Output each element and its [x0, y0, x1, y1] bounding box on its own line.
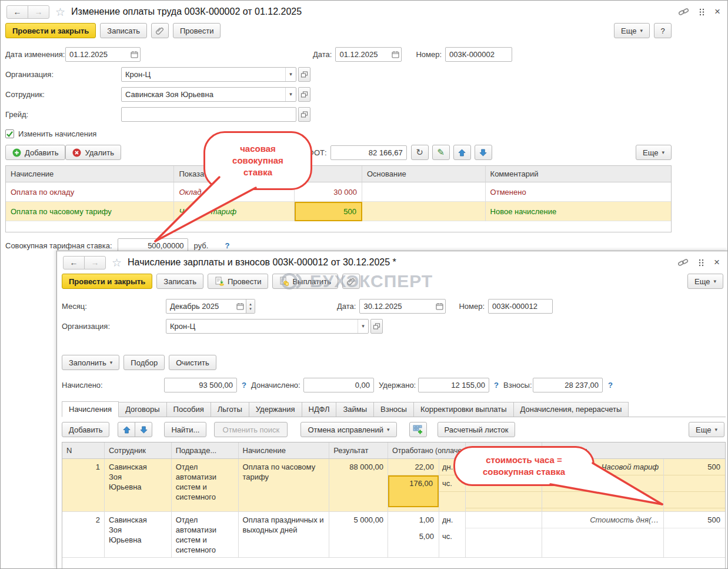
- month-spinner[interactable]: ▴ ▾: [246, 300, 255, 313]
- close-icon[interactable]: ×: [714, 6, 720, 18]
- move-down-button[interactable]: [475, 145, 492, 160]
- month-field[interactable]: Декабрь 2025 ▴ ▾: [166, 299, 255, 314]
- open-item-button[interactable]: [298, 107, 310, 122]
- fot-field[interactable]: 82 166,67: [330, 145, 407, 160]
- cell-employee[interactable]: Савинская Зоя Юрьевна: [105, 459, 172, 511]
- back-button[interactable]: ←: [63, 256, 85, 269]
- open-item-button[interactable]: [370, 319, 383, 334]
- link-icon[interactable]: [677, 258, 689, 267]
- table-row[interactable]: 2 Савинская Зоя Юрьевна Отдел автоматизи…: [62, 512, 725, 558]
- cell-indicator-name[interactable]: Стоимость дня(…: [542, 512, 664, 557]
- tab-deductions[interactable]: Удержания: [249, 402, 302, 417]
- worked-hours-highlighted[interactable]: 176,00: [388, 475, 439, 507]
- move-down-button[interactable]: [135, 422, 152, 437]
- payslip-button[interactable]: Расчетный листок: [438, 422, 516, 437]
- cell-n[interactable]: 2: [62, 512, 105, 557]
- tab-ndfl[interactable]: НДФЛ: [302, 402, 337, 417]
- cell-value[interactable]: 30 000: [295, 182, 362, 202]
- pay-button[interactable]: Выплатить: [272, 274, 338, 289]
- accrued-field[interactable]: 93 500,00: [164, 378, 237, 392]
- back-button[interactable]: ←: [6, 5, 28, 19]
- dropdown-icon[interactable]: ▾: [358, 320, 368, 333]
- post-and-close-button[interactable]: Провести и закрыть: [5, 23, 96, 38]
- attachment-button[interactable]: [342, 274, 360, 289]
- org-field[interactable]: Крон-Ц ▾: [166, 319, 369, 334]
- clear-button[interactable]: Очистить: [169, 355, 216, 370]
- contrib-help-link[interactable]: ?: [608, 381, 613, 390]
- help-button[interactable]: ?: [654, 23, 672, 38]
- tab-benefits[interactable]: Пособия: [166, 402, 211, 417]
- grade-field[interactable]: [121, 107, 296, 122]
- cell-accrual[interactable]: Оплата по окладу: [6, 182, 174, 202]
- col-comment[interactable]: Комментарий: [486, 166, 671, 182]
- col-accrual[interactable]: Начисление: [6, 166, 174, 182]
- worked-hours[interactable]: 5,00: [388, 528, 439, 545]
- tab-accruals[interactable]: Начисления: [62, 401, 119, 417]
- cell-indicator[interactable]: Часовой тариф: [174, 202, 295, 221]
- extra-field[interactable]: 0,00: [303, 378, 374, 392]
- table-row[interactable]: Оплата по окладу Оклад 30 000 Отменено: [6, 182, 671, 202]
- tab-recalculations[interactable]: Доначисления, перерасчеты: [513, 402, 629, 417]
- dropdown-icon[interactable]: ▾: [285, 68, 296, 81]
- cell-indicator-value[interactable]: 500: [664, 512, 725, 557]
- dropdown-icon[interactable]: ▾: [285, 88, 296, 101]
- tab-payment-adjustments[interactable]: Корректировки выплаты: [413, 402, 514, 417]
- worked-days[interactable]: 1,00: [388, 512, 439, 528]
- post-button[interactable]: Провести: [173, 23, 221, 38]
- delete-row-button[interactable]: Удалить: [65, 145, 121, 160]
- favorite-star-icon[interactable]: ☆: [112, 256, 122, 269]
- attachment-button[interactable]: [151, 23, 169, 38]
- refresh-button[interactable]: ↻: [411, 145, 429, 160]
- link-icon[interactable]: [678, 7, 689, 16]
- org-field[interactable]: Крон-Ц ▾: [121, 67, 296, 82]
- table-more-button[interactable]: Еще ▾: [689, 422, 724, 437]
- number-field[interactable]: 003К-000002: [445, 47, 512, 62]
- cell-basis[interactable]: [362, 202, 486, 221]
- cell-value-highlighted[interactable]: 500: [295, 202, 362, 221]
- w1-more-button[interactable]: Еще ▾: [614, 23, 650, 38]
- table-row[interactable]: Оплата по часовому тарифу Часовой тариф …: [6, 202, 671, 221]
- col-n[interactable]: N: [62, 442, 105, 458]
- cell-result[interactable]: 88 000,00: [329, 459, 388, 511]
- accruals-more-button[interactable]: Еще ▾: [636, 145, 672, 160]
- pick-button[interactable]: Подбор: [123, 355, 165, 370]
- post-button[interactable]: Провести: [208, 274, 269, 289]
- tab-privileges[interactable]: Льготы: [211, 402, 249, 417]
- cell-n[interactable]: 1: [62, 459, 105, 511]
- date-field[interactable]: 30.12.2025: [359, 299, 446, 314]
- cancel-search-button[interactable]: Отменить поиск: [214, 422, 288, 437]
- spin-down-icon[interactable]: ▾: [249, 307, 252, 311]
- col-basis[interactable]: Основание: [362, 166, 486, 182]
- withheld-field[interactable]: 12 155,00: [418, 378, 489, 392]
- w2-more-button[interactable]: Еще ▾: [687, 274, 723, 289]
- cell-basis[interactable]: [362, 182, 486, 202]
- indicator-name[interactable]: Стоимость дня(…: [542, 512, 664, 528]
- col-accrual[interactable]: Начисление: [239, 442, 330, 458]
- add-row-button[interactable]: Добавить: [5, 145, 65, 160]
- move-up-button[interactable]: [118, 422, 135, 437]
- forward-button[interactable]: →: [84, 256, 106, 269]
- cell-comment[interactable]: Отменено: [486, 182, 671, 202]
- cell-division[interactable]: Отдел автоматизи систем и системного: [172, 459, 239, 511]
- spin-up-icon[interactable]: ▴: [249, 302, 252, 307]
- number-field[interactable]: 003К-000012: [488, 299, 553, 314]
- add-row-button[interactable]: Добавить: [62, 422, 109, 437]
- move-up-button[interactable]: [453, 145, 471, 160]
- more-dots-icon[interactable]: [699, 259, 704, 267]
- forward-button[interactable]: →: [28, 5, 49, 19]
- withheld-help-link[interactable]: ?: [489, 381, 503, 390]
- cell-accrual[interactable]: Оплата по часовому тарифу: [239, 459, 330, 511]
- tab-loans[interactable]: Займы: [336, 402, 374, 417]
- cell-worked-num[interactable]: 22,00 176,00: [388, 459, 439, 511]
- pivot-grid-button[interactable]: [409, 422, 427, 437]
- change-accruals-checkbox[interactable]: [5, 129, 14, 138]
- close-icon[interactable]: ×: [714, 257, 720, 268]
- accrued-help-link[interactable]: ?: [237, 381, 251, 390]
- worked-days[interactable]: 22,00: [388, 459, 439, 475]
- change-date-field[interactable]: 01.12.2025: [65, 47, 141, 62]
- open-item-button[interactable]: [298, 67, 310, 82]
- employee-field[interactable]: Савинская Зоя Юрьевна ▾: [121, 87, 296, 102]
- find-button[interactable]: Найти...: [164, 422, 206, 437]
- col-result[interactable]: Результат: [329, 442, 388, 458]
- indicator-value[interactable]: 500: [664, 459, 725, 475]
